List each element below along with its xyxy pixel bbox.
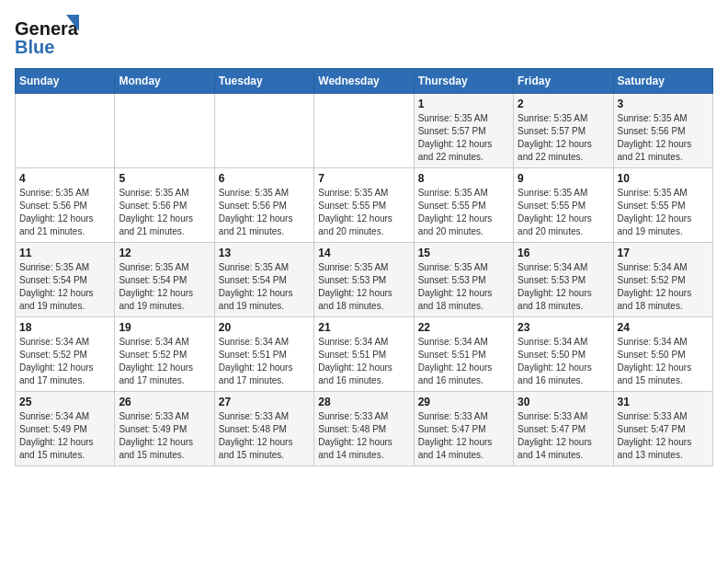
calendar-week-row: 25Sunrise: 5:34 AM Sunset: 5:49 PM Dayli… xyxy=(16,392,713,466)
day-info: Sunrise: 5:35 AM Sunset: 5:54 PM Dayligh… xyxy=(19,261,110,313)
calendar-cell xyxy=(214,94,313,168)
calendar-cell: 17Sunrise: 5:34 AM Sunset: 5:52 PM Dayli… xyxy=(613,243,712,317)
calendar-cell: 24Sunrise: 5:34 AM Sunset: 5:50 PM Dayli… xyxy=(613,317,712,392)
day-number: 8 xyxy=(418,172,509,185)
day-info: Sunrise: 5:33 AM Sunset: 5:47 PM Dayligh… xyxy=(618,410,709,462)
day-number: 29 xyxy=(418,396,509,408)
page-header: GeneralBlue xyxy=(15,15,713,61)
calendar-cell: 10Sunrise: 5:35 AM Sunset: 5:55 PM Dayli… xyxy=(613,168,712,243)
weekday-header: Sunday xyxy=(16,69,115,94)
day-info: Sunrise: 5:34 AM Sunset: 5:49 PM Dayligh… xyxy=(19,410,110,462)
calendar-cell: 19Sunrise: 5:34 AM Sunset: 5:52 PM Dayli… xyxy=(115,317,214,392)
day-number: 19 xyxy=(119,321,210,334)
calendar-cell: 13Sunrise: 5:35 AM Sunset: 5:54 PM Dayli… xyxy=(214,243,313,317)
day-number: 13 xyxy=(219,247,310,259)
svg-text:General: General xyxy=(15,18,79,39)
calendar-cell: 28Sunrise: 5:33 AM Sunset: 5:48 PM Dayli… xyxy=(314,392,414,466)
calendar-cell: 4Sunrise: 5:35 AM Sunset: 5:56 PM Daylig… xyxy=(16,168,115,243)
day-number: 18 xyxy=(19,321,110,334)
weekday-header: Wednesday xyxy=(314,69,414,94)
day-info: Sunrise: 5:35 AM Sunset: 5:53 PM Dayligh… xyxy=(418,261,509,313)
day-info: Sunrise: 5:35 AM Sunset: 5:56 PM Dayligh… xyxy=(19,187,110,238)
day-number: 14 xyxy=(318,247,409,259)
calendar-cell: 8Sunrise: 5:35 AM Sunset: 5:55 PM Daylig… xyxy=(414,168,513,243)
calendar-header-row: SundayMondayTuesdayWednesdayThursdayFrid… xyxy=(16,69,713,94)
day-number: 3 xyxy=(618,98,709,110)
day-number: 5 xyxy=(119,172,210,185)
day-number: 22 xyxy=(418,321,509,334)
day-number: 6 xyxy=(219,172,310,185)
day-info: Sunrise: 5:35 AM Sunset: 5:54 PM Dayligh… xyxy=(219,261,310,313)
svg-text:Blue: Blue xyxy=(15,37,54,57)
day-info: Sunrise: 5:35 AM Sunset: 5:53 PM Dayligh… xyxy=(318,261,409,313)
day-info: Sunrise: 5:33 AM Sunset: 5:47 PM Dayligh… xyxy=(518,410,609,462)
day-number: 21 xyxy=(318,321,409,334)
calendar-cell: 25Sunrise: 5:34 AM Sunset: 5:49 PM Dayli… xyxy=(16,392,115,466)
day-number: 9 xyxy=(518,172,609,185)
day-info: Sunrise: 5:35 AM Sunset: 5:55 PM Dayligh… xyxy=(618,187,709,238)
calendar-cell: 2Sunrise: 5:35 AM Sunset: 5:57 PM Daylig… xyxy=(514,94,613,168)
calendar-cell: 6Sunrise: 5:35 AM Sunset: 5:56 PM Daylig… xyxy=(214,168,313,243)
day-number: 2 xyxy=(518,98,609,110)
day-info: Sunrise: 5:34 AM Sunset: 5:53 PM Dayligh… xyxy=(518,261,609,313)
day-number: 28 xyxy=(318,396,409,408)
calendar-cell: 7Sunrise: 5:35 AM Sunset: 5:55 PM Daylig… xyxy=(314,168,414,243)
calendar-cell: 20Sunrise: 5:34 AM Sunset: 5:51 PM Dayli… xyxy=(214,317,313,392)
calendar-cell xyxy=(314,94,414,168)
day-info: Sunrise: 5:34 AM Sunset: 5:50 PM Dayligh… xyxy=(618,336,709,387)
day-number: 23 xyxy=(518,321,609,334)
day-number: 31 xyxy=(618,396,709,408)
day-number: 10 xyxy=(618,172,709,185)
calendar-cell: 23Sunrise: 5:34 AM Sunset: 5:50 PM Dayli… xyxy=(514,317,613,392)
calendar-cell: 27Sunrise: 5:33 AM Sunset: 5:48 PM Dayli… xyxy=(214,392,313,466)
calendar-cell: 15Sunrise: 5:35 AM Sunset: 5:53 PM Dayli… xyxy=(414,243,513,317)
calendar-table: SundayMondayTuesdayWednesdayThursdayFrid… xyxy=(15,68,713,466)
weekday-header: Saturday xyxy=(613,69,712,94)
day-info: Sunrise: 5:35 AM Sunset: 5:55 PM Dayligh… xyxy=(318,187,409,238)
day-info: Sunrise: 5:34 AM Sunset: 5:52 PM Dayligh… xyxy=(119,336,210,387)
day-number: 15 xyxy=(418,247,509,259)
calendar-week-row: 11Sunrise: 5:35 AM Sunset: 5:54 PM Dayli… xyxy=(16,243,713,317)
day-info: Sunrise: 5:35 AM Sunset: 5:57 PM Dayligh… xyxy=(518,112,609,164)
logo-icon: GeneralBlue xyxy=(15,15,79,61)
day-info: Sunrise: 5:35 AM Sunset: 5:56 PM Dayligh… xyxy=(119,187,210,238)
day-number: 26 xyxy=(119,396,210,408)
calendar-cell: 30Sunrise: 5:33 AM Sunset: 5:47 PM Dayli… xyxy=(514,392,613,466)
day-info: Sunrise: 5:34 AM Sunset: 5:52 PM Dayligh… xyxy=(618,261,709,313)
calendar-cell: 9Sunrise: 5:35 AM Sunset: 5:55 PM Daylig… xyxy=(514,168,613,243)
calendar-cell: 26Sunrise: 5:33 AM Sunset: 5:49 PM Dayli… xyxy=(115,392,214,466)
weekday-header: Friday xyxy=(514,69,613,94)
day-number: 4 xyxy=(19,172,110,185)
logo: GeneralBlue xyxy=(15,15,79,61)
calendar-cell: 11Sunrise: 5:35 AM Sunset: 5:54 PM Dayli… xyxy=(16,243,115,317)
day-info: Sunrise: 5:34 AM Sunset: 5:51 PM Dayligh… xyxy=(418,336,509,387)
day-info: Sunrise: 5:35 AM Sunset: 5:56 PM Dayligh… xyxy=(219,187,310,238)
day-info: Sunrise: 5:35 AM Sunset: 5:55 PM Dayligh… xyxy=(518,187,609,238)
calendar-cell: 14Sunrise: 5:35 AM Sunset: 5:53 PM Dayli… xyxy=(314,243,414,317)
calendar-cell: 29Sunrise: 5:33 AM Sunset: 5:47 PM Dayli… xyxy=(414,392,513,466)
weekday-header: Tuesday xyxy=(214,69,313,94)
calendar-week-row: 18Sunrise: 5:34 AM Sunset: 5:52 PM Dayli… xyxy=(16,317,713,392)
calendar-cell: 12Sunrise: 5:35 AM Sunset: 5:54 PM Dayli… xyxy=(115,243,214,317)
calendar-cell: 16Sunrise: 5:34 AM Sunset: 5:53 PM Dayli… xyxy=(514,243,613,317)
day-number: 20 xyxy=(219,321,310,334)
day-number: 17 xyxy=(618,247,709,259)
day-info: Sunrise: 5:33 AM Sunset: 5:48 PM Dayligh… xyxy=(219,410,310,462)
day-number: 25 xyxy=(19,396,110,408)
day-info: Sunrise: 5:35 AM Sunset: 5:56 PM Dayligh… xyxy=(618,112,709,164)
calendar-cell: 3Sunrise: 5:35 AM Sunset: 5:56 PM Daylig… xyxy=(613,94,712,168)
calendar-cell: 22Sunrise: 5:34 AM Sunset: 5:51 PM Dayli… xyxy=(414,317,513,392)
day-number: 30 xyxy=(518,396,609,408)
day-number: 27 xyxy=(219,396,310,408)
day-number: 7 xyxy=(318,172,409,185)
day-info: Sunrise: 5:34 AM Sunset: 5:50 PM Dayligh… xyxy=(518,336,609,387)
day-info: Sunrise: 5:35 AM Sunset: 5:57 PM Dayligh… xyxy=(418,112,509,164)
calendar-cell: 18Sunrise: 5:34 AM Sunset: 5:52 PM Dayli… xyxy=(16,317,115,392)
day-info: Sunrise: 5:35 AM Sunset: 5:54 PM Dayligh… xyxy=(119,261,210,313)
calendar-cell xyxy=(16,94,115,168)
day-number: 1 xyxy=(418,98,509,110)
weekday-header: Monday xyxy=(115,69,214,94)
calendar-cell: 21Sunrise: 5:34 AM Sunset: 5:51 PM Dayli… xyxy=(314,317,414,392)
day-info: Sunrise: 5:33 AM Sunset: 5:48 PM Dayligh… xyxy=(318,410,409,462)
day-number: 16 xyxy=(518,247,609,259)
